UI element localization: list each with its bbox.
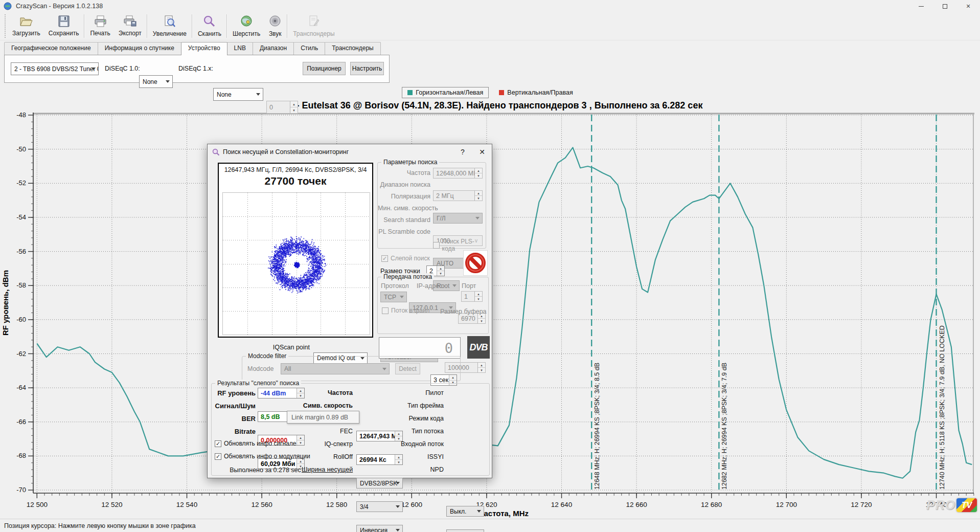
result-value: 3/4 xyxy=(360,503,369,511)
buffer-size-label: Размер буфера xyxy=(440,308,486,315)
sound-icon xyxy=(268,15,282,30)
toolbar-button-scan[interactable]: Сканить xyxy=(194,12,225,40)
port-value: 6970 xyxy=(461,315,475,322)
chevron-down-icon xyxy=(475,217,480,219)
stop-button[interactable] xyxy=(463,250,488,276)
param-label: Search standard xyxy=(378,216,430,224)
result-field-rf-уровень[interactable]: -44 dBm▲▼ xyxy=(258,388,305,398)
param-stepper-1[interactable]: 2 МГц▲▼ xyxy=(433,190,483,201)
result-label: Ширина несущей xyxy=(302,466,353,473)
toolbar-button-label: Сохранить xyxy=(49,30,79,37)
blind-search-label: Слепой поиск xyxy=(391,255,430,262)
toolbar-button-label: Экспорт xyxy=(119,30,142,37)
svg-text:12 500: 12 500 xyxy=(27,501,48,508)
constellation-panel: 12647,943 МГц, Г/Л, 26994 Кс, DVBS2/8PSK… xyxy=(218,163,373,338)
stream-to-file-label: Поток в файл xyxy=(391,307,430,314)
magnifier-icon xyxy=(212,148,220,156)
toolbar-button-print[interactable]: Печать xyxy=(86,12,114,40)
toolbar-button-export[interactable]: Экспорт xyxy=(115,12,146,40)
minimize-button[interactable] xyxy=(909,0,933,12)
diseqc1x-select[interactable]: None xyxy=(213,88,263,101)
toolbar-button-label: Звук xyxy=(269,30,282,37)
param-label: Диапазон поиска xyxy=(378,181,430,188)
dialog-help-button[interactable]: ? xyxy=(454,144,471,160)
iqscan-label: IQScan point xyxy=(259,344,310,351)
result-dropdown[interactable]: DVBS2/8PSK xyxy=(356,478,403,489)
tab-0[interactable]: Географическое положение xyxy=(4,42,98,55)
result-label: Bitrate xyxy=(212,428,256,435)
positioner-button[interactable]: Позиционер xyxy=(303,62,346,75)
tab-3[interactable]: LNB xyxy=(227,42,253,55)
spinner-arrows-icon[interactable]: ▲▼ xyxy=(437,266,444,276)
tuner-select[interactable]: 2 - TBS 6908 DVBS/S2 Tuner 0 xyxy=(11,62,99,75)
svg-text:12 700: 12 700 xyxy=(776,501,797,508)
toolbar-button-zoom-page[interactable]: Увеличение xyxy=(149,12,191,40)
dialog-titlebar[interactable]: Поиск несущей и Constellation-мониторинг… xyxy=(208,144,492,160)
param-dropdown-2[interactable]: Г/Л xyxy=(433,213,483,224)
result-value: 8,5 dB xyxy=(261,413,280,420)
transponder-marker-label: 12682 MHz; H; 26994 KS ;8PSK; 3/4; 7.9 d… xyxy=(721,363,728,490)
result-dropdown[interactable]: Инверсия xyxy=(356,525,403,532)
toolbar-button-open-folder[interactable]: Загрузить xyxy=(8,12,44,40)
update-info-checkbox[interactable]: ✓Обновлять инфо сигнале xyxy=(215,440,296,447)
close-button[interactable]: × xyxy=(956,0,980,12)
result-label: Симв. скорость xyxy=(302,402,353,409)
position-stepper[interactable]: 0 ▲▼ xyxy=(266,101,298,114)
param-stepper-0[interactable]: 12648,000 МГц▲▼ xyxy=(433,168,483,179)
stream-group-label: Передача потока xyxy=(381,273,434,280)
transponder-marker-label: 12740 MHz; H; 5118 KS ;8PSK; 3/4; 7.9 dB… xyxy=(939,325,946,490)
tab-bar: Географическое положениеИнформация о спу… xyxy=(4,42,380,55)
svg-text:-62: -62 xyxy=(16,350,26,358)
result-dropdown[interactable]: 3/4 xyxy=(356,501,403,512)
result-dropdown[interactable]: Длинный xyxy=(446,529,484,532)
toolbar-separator xyxy=(192,14,193,38)
chevron-down-icon xyxy=(166,80,170,83)
svg-text:12 720: 12 720 xyxy=(851,501,872,508)
counter-display: 0 xyxy=(379,337,461,359)
diseqc10-select[interactable]: None xyxy=(139,75,173,88)
spinner-arrows-icon[interactable]: ▲▼ xyxy=(474,168,482,178)
protocol-select[interactable]: TCP xyxy=(380,292,407,302)
result-dropdown[interactable]: Выкл. xyxy=(446,506,484,517)
tuner-select-value: 2 - TBS 6908 DVBS/S2 Tuner 0 xyxy=(14,65,99,73)
blind-search-checkbox[interactable]: ✓ Слепой поиск xyxy=(381,255,430,262)
svg-text:12 660: 12 660 xyxy=(626,501,647,508)
modcode-select[interactable]: All xyxy=(281,363,390,374)
spinner-arrows-icon[interactable]: ▲▼ xyxy=(290,101,298,113)
toolbar-button-sound[interactable]: Звук xyxy=(264,12,286,40)
tab-4[interactable]: Диапазон xyxy=(253,42,294,55)
modcode-label: Modcode xyxy=(247,365,278,372)
result-value: 26994 Кс xyxy=(359,456,386,463)
spinner-arrows-icon[interactable]: ▲▼ xyxy=(477,363,485,372)
configure-button[interactable]: Настроить xyxy=(350,62,384,75)
update-info-checkbox[interactable]: ✓Обновлять инфо о модуляции xyxy=(215,453,310,460)
diseqc1x-value: None xyxy=(217,91,232,98)
globe-scan-icon xyxy=(240,15,254,30)
maximize-icon xyxy=(943,4,947,9)
results-group-label: Результаты "слепого" поиска xyxy=(215,380,301,387)
detect-button[interactable]: Detect xyxy=(395,363,420,374)
result-value: DVBS2/8PSK xyxy=(360,480,397,487)
toolbar-grip[interactable] xyxy=(5,14,7,38)
tab-5[interactable]: Стиль xyxy=(293,42,325,55)
stream-to-file-checkbox[interactable]: Поток в файл xyxy=(382,307,430,314)
protv-logo-pro: PRO xyxy=(926,498,955,513)
result-label: Частота xyxy=(302,389,353,396)
elapsed-label: Выполнено за 0.278 sec xyxy=(227,467,304,474)
spinner-arrows-icon[interactable]: ▲▼ xyxy=(474,191,482,201)
result-label: Входной поток xyxy=(388,440,444,448)
tab-1[interactable]: Информация о спутнике xyxy=(98,42,181,55)
dialog-close-button[interactable]: ✕ xyxy=(473,144,491,160)
maximize-button[interactable] xyxy=(933,0,956,12)
svg-text:-48: -48 xyxy=(16,111,26,119)
checkbox-icon: ✓ xyxy=(381,255,388,262)
toolbar-button-save[interactable]: Сохранить xyxy=(44,12,83,40)
tab-active-2[interactable]: Устройство xyxy=(181,42,227,55)
toolbar-button-label: Шерстить xyxy=(233,30,260,37)
svg-text:Частота, MHz: Частота, MHz xyxy=(478,509,529,518)
modcode-group-label: Modcode filter xyxy=(246,352,288,360)
protocol-value: TCP xyxy=(384,294,396,301)
constellation-canvas xyxy=(223,193,370,335)
toolbar-button-globe-scan[interactable]: Шерстить xyxy=(229,12,264,40)
tab-6[interactable]: Транспондеры xyxy=(325,42,380,55)
